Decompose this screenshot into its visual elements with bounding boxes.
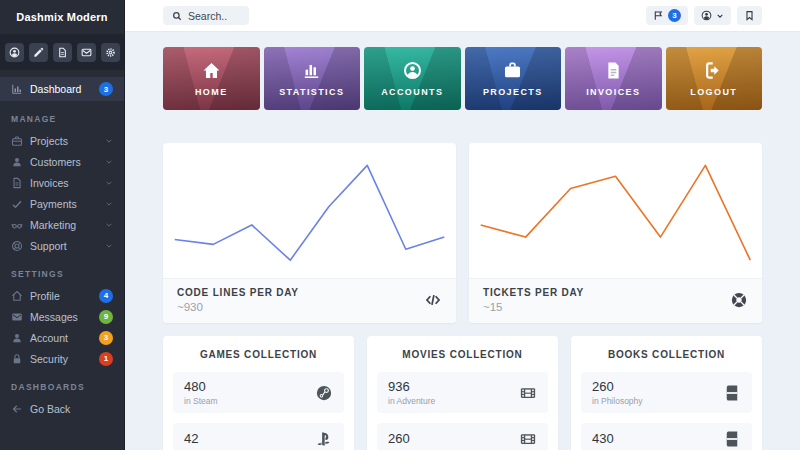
file-lines-icon	[604, 61, 623, 80]
arrow-left-icon	[11, 403, 23, 415]
dashboard-badge: 3	[99, 82, 113, 96]
user-menu-button[interactable]	[694, 6, 731, 25]
book-icon	[723, 430, 741, 448]
sidebar-item-dashboard[interactable]: Dashboard 3	[0, 77, 124, 101]
nav-heading-manage: MANAGE	[0, 101, 124, 130]
sidebar-item-support[interactable]: Support	[0, 235, 124, 256]
collection-subtitle: in Adventure	[388, 396, 435, 406]
collection-title: MOVIES COLLECTION	[377, 349, 548, 360]
collection-value: 260	[592, 379, 643, 394]
sidebar-item-label: Support	[30, 240, 67, 252]
check-icon	[11, 198, 23, 210]
collection-row: 260	[377, 423, 548, 450]
briefcase-icon	[503, 61, 522, 80]
tickets-line-chart	[469, 143, 762, 278]
sidebar-item-label: Payments	[30, 198, 77, 210]
profile-badge: 4	[99, 289, 113, 303]
chevron-down-icon	[105, 221, 113, 229]
user-circle-icon	[403, 61, 422, 80]
search-icon	[172, 11, 182, 21]
flag-icon	[653, 10, 664, 21]
user-circle-icon[interactable]	[5, 43, 24, 62]
sidebar-item-label: Account	[30, 332, 68, 344]
collection-value: 936	[388, 379, 435, 394]
chart-card-title: CODE LINES PER DAY	[177, 287, 299, 298]
collection-row: 430	[581, 423, 752, 450]
search-input[interactable]	[188, 10, 240, 22]
sidebar-item-messages[interactable]: Messages 9	[0, 306, 124, 327]
tile-label: ACCOUNTS	[381, 87, 443, 97]
sidebar-item-account[interactable]: Account 3	[0, 327, 124, 348]
chart-card-footer: TICKETS PER DAY ~15	[469, 278, 762, 323]
chart-card-value: ~930	[177, 301, 299, 313]
notifications-button[interactable]: 3	[646, 6, 688, 25]
security-badge: 1	[99, 352, 113, 366]
briefcase-icon	[11, 135, 23, 147]
life-ring-icon	[730, 291, 748, 309]
tile-label: STATISTICS	[279, 87, 344, 97]
sidebar-item-label: Profile	[30, 290, 60, 302]
tile-logout[interactable]: LOGOUT	[666, 47, 763, 110]
code-lines-line-chart	[163, 143, 456, 278]
sidebar-item-label: Dashboard	[30, 83, 81, 95]
sidebar-item-security[interactable]: Security 1	[0, 348, 124, 369]
bookmark-icon	[744, 10, 755, 21]
collection-value: 42	[184, 431, 198, 446]
tile-invoices[interactable]: INVOICES	[565, 47, 662, 110]
life-ring-icon	[11, 240, 23, 252]
chevron-down-icon	[105, 200, 113, 208]
sidebar-item-label: Marketing	[30, 219, 76, 231]
movies-collection-card: MOVIES COLLECTION 936 in Adventure 260	[367, 336, 558, 450]
sidebar-item-label: Customers	[30, 156, 81, 168]
user-icon	[11, 156, 23, 168]
notifications-badge: 3	[668, 9, 681, 22]
sidebar-item-invoices[interactable]: Invoices	[0, 172, 124, 193]
file-icon[interactable]	[53, 43, 72, 62]
book-icon	[723, 384, 741, 402]
code-icon	[424, 291, 442, 309]
collections-row: GAMES COLLECTION 480 in Steam 42	[163, 336, 762, 450]
bookmark-button[interactable]	[737, 6, 762, 25]
nav-heading-dashboards: DASHBOARDS	[0, 369, 124, 398]
sidebar-item-label: Projects	[30, 135, 68, 147]
glasses-icon	[11, 219, 23, 231]
home-icon	[11, 290, 23, 302]
gear-icon[interactable]	[101, 43, 120, 62]
sidebar-item-projects[interactable]: Projects	[0, 130, 124, 151]
sidebar-item-payments[interactable]: Payments	[0, 193, 124, 214]
chart-bars-icon	[302, 61, 321, 80]
sidebar-item-go-back[interactable]: Go Back	[0, 398, 124, 419]
film-icon	[519, 430, 537, 448]
envelope-icon	[11, 311, 23, 323]
chart-card-tickets: TICKETS PER DAY ~15	[469, 143, 762, 323]
chart-card-value: ~15	[483, 301, 584, 313]
tile-accounts[interactable]: ACCOUNTS	[364, 47, 461, 110]
search-bar[interactable]	[163, 6, 249, 25]
collection-row: 480 in Steam	[173, 372, 344, 413]
chevron-down-icon	[105, 242, 113, 250]
sign-out-icon	[704, 61, 723, 80]
sidebar-item-label: Go Back	[30, 403, 70, 415]
tile-label: LOGOUT	[690, 87, 737, 97]
collection-title: BOOKS COLLECTION	[581, 349, 752, 360]
pencil-icon[interactable]	[29, 43, 48, 62]
collection-row: 936 in Adventure	[377, 372, 548, 413]
sidebar-item-label: Messages	[30, 311, 78, 323]
account-badge: 3	[99, 331, 113, 345]
shortcut-tiles: HOME STATISTICS ACCOUNTS PROJECTS INVOIC…	[163, 47, 762, 110]
sidebar: Dashmix Modern Dashboard 3 MANAGE Projec…	[0, 0, 125, 450]
envelope-icon[interactable]	[77, 43, 96, 62]
tile-home[interactable]: HOME	[163, 47, 260, 110]
games-collection-card: GAMES COLLECTION 480 in Steam 42	[163, 336, 354, 450]
collection-row: 42	[173, 423, 344, 450]
bar-chart-icon	[11, 83, 23, 95]
sidebar-item-profile[interactable]: Profile 4	[0, 285, 124, 306]
sidebar-item-marketing[interactable]: Marketing	[0, 214, 124, 235]
collection-title: GAMES COLLECTION	[173, 349, 344, 360]
tile-projects[interactable]: PROJECTS	[465, 47, 562, 110]
tile-statistics[interactable]: STATISTICS	[264, 47, 361, 110]
steam-icon	[315, 384, 333, 402]
sidebar-item-label: Security	[30, 353, 68, 365]
sidebar-item-customers[interactable]: Customers	[0, 151, 124, 172]
chevron-down-icon	[105, 179, 113, 187]
